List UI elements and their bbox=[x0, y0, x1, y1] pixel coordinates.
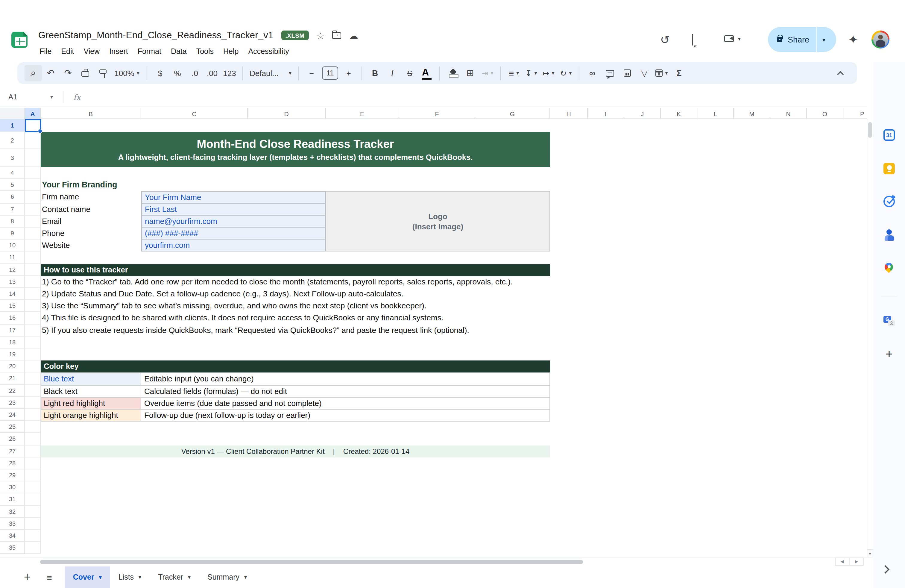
workspace-side-panel: 31 + bbox=[873, 62, 905, 588]
contacts-icon[interactable] bbox=[883, 229, 895, 241]
scroll-down-button[interactable]: ▼ bbox=[867, 549, 873, 558]
howto-line-5: 5) If you also create requests inside Qu… bbox=[42, 324, 550, 336]
branding-input-2[interactable]: name@yourfirm.com bbox=[141, 216, 325, 227]
tab-caret-icon[interactable]: ▾ bbox=[244, 574, 247, 580]
keep-icon[interactable] bbox=[883, 163, 895, 174]
branding-label-2: Email bbox=[42, 216, 61, 227]
colorkey-desc-0: Editable input (you can change) bbox=[141, 373, 550, 385]
logo-placeholder-cell[interactable]: Logo (Insert Image) bbox=[325, 191, 550, 252]
logo-line2: (Insert Image) bbox=[413, 222, 464, 231]
tab-label: Lists bbox=[119, 573, 134, 582]
tab-cover[interactable]: Cover▾ bbox=[65, 566, 110, 588]
howto-line-2: 2) Update Status and Due Date. Set a fol… bbox=[42, 288, 550, 300]
tab-summary[interactable]: Summary▾ bbox=[199, 566, 255, 588]
tab-label: Tracker bbox=[158, 573, 183, 582]
branding-input-3[interactable]: (###) ###-#### bbox=[141, 227, 325, 240]
branding-input-4[interactable]: yourfirm.com bbox=[141, 240, 325, 251]
howto-line-3: 3) Use the “Summary” tab to see what’s m… bbox=[42, 300, 550, 312]
all-sheets-menu-icon[interactable]: ≡ bbox=[47, 572, 51, 582]
branding-input-1[interactable]: First Last bbox=[141, 203, 325, 215]
fill-handle[interactable] bbox=[38, 129, 43, 133]
banner-subtitle: A lightweight, client-facing tracking la… bbox=[41, 153, 550, 161]
colorkey-label-3: Light orange highlight bbox=[41, 410, 141, 421]
maps-icon[interactable] bbox=[883, 262, 895, 273]
cover-banner: Month-End Close Readiness Tracker A ligh… bbox=[41, 132, 550, 167]
vertical-scrollbar-thumb[interactable] bbox=[868, 122, 872, 138]
get-add-ons-icon[interactable]: + bbox=[883, 348, 895, 360]
vertical-scrollbar[interactable] bbox=[867, 119, 873, 554]
howto-line-4: 4) This file is designed to be shared wi… bbox=[42, 312, 550, 324]
footer-separator: | bbox=[333, 447, 335, 455]
banner-title: Month-End Close Readiness Tracker bbox=[41, 137, 550, 151]
colorkey-label-0: Blue text bbox=[41, 373, 141, 385]
colorkey-table: Blue textEditable input (you can change)… bbox=[41, 373, 550, 422]
branding-input-0[interactable]: Your Firm Name bbox=[141, 191, 325, 203]
colorkey-desc-2: Overdue items (due date passed and not c… bbox=[141, 397, 550, 409]
scroll-right-button[interactable]: ▶ bbox=[849, 558, 864, 566]
footer-version: Version v1 — Client Collaboration Partne… bbox=[181, 447, 325, 455]
howto-line-1: 1) Go to the “Tracker” tab. Add one row … bbox=[42, 276, 550, 288]
colorkey-desc-1: Calculated fields (formulas) — do not ed… bbox=[141, 385, 550, 397]
spreadsheet-app: GreenStamp_Month-End_Close_Readiness_Tra… bbox=[0, 0, 905, 588]
tab-lists[interactable]: Lists▾ bbox=[110, 566, 150, 588]
scroll-left-button[interactable]: ◀ bbox=[835, 558, 849, 566]
horizontal-scrollbar-thumb[interactable] bbox=[40, 560, 583, 564]
howto-header-bar: How to use this tracker bbox=[41, 264, 550, 276]
colorkey-label-1: Black text bbox=[41, 385, 141, 397]
colorkey-row-0: Blue textEditable input (you can change) bbox=[41, 373, 550, 385]
tab-caret-icon[interactable]: ▾ bbox=[188, 574, 191, 580]
branding-heading: Your Firm Branding bbox=[42, 180, 117, 189]
colorkey-row-1: Black textCalculated fields (formulas) —… bbox=[41, 385, 550, 397]
add-sheet-button[interactable]: + bbox=[24, 571, 30, 584]
account-avatar[interactable] bbox=[872, 30, 889, 49]
sheet-canvas[interactable]: Month-End Close Readiness Tracker A ligh… bbox=[0, 0, 867, 559]
tasks-icon[interactable] bbox=[883, 196, 895, 207]
side-panel-divider bbox=[881, 296, 897, 296]
version-footer: Version v1 — Client Collaboration Partne… bbox=[41, 445, 550, 457]
branding-label-3: Phone bbox=[42, 227, 64, 240]
branding-label-4: Website bbox=[42, 240, 70, 251]
colorkey-row-2: Light red highlightOverdue items (due da… bbox=[41, 397, 550, 410]
colorkey-desc-3: Follow-up due (next follow-up is today o… bbox=[141, 410, 550, 421]
sheet-tabbar: + ≡ Cover▾Lists▾Tracker▾Summary▾ bbox=[0, 566, 873, 588]
calendar-icon[interactable]: 31 bbox=[883, 129, 895, 141]
tab-caret-icon[interactable]: ▾ bbox=[138, 574, 141, 580]
colorkey-header-bar: Color key bbox=[41, 361, 550, 372]
logo-line1: Logo bbox=[428, 212, 448, 221]
branding-label-1: Contact name bbox=[42, 203, 90, 215]
footer-created: Created: 2026-01-14 bbox=[343, 447, 410, 455]
branding-label-0: Firm name bbox=[42, 191, 79, 203]
tab-label: Summary bbox=[207, 573, 240, 582]
tab-label: Cover bbox=[73, 573, 94, 582]
colorkey-row-3: Light orange highlightFollow-up due (nex… bbox=[41, 410, 550, 421]
colorkey-label-2: Light red highlight bbox=[41, 397, 141, 409]
howto-lines: 1) Go to the “Tracker” tab. Add one row … bbox=[42, 276, 550, 337]
tab-caret-icon[interactable]: ▾ bbox=[99, 574, 102, 580]
translate-icon[interactable] bbox=[883, 316, 895, 327]
tab-tracker[interactable]: Tracker▾ bbox=[150, 566, 199, 588]
